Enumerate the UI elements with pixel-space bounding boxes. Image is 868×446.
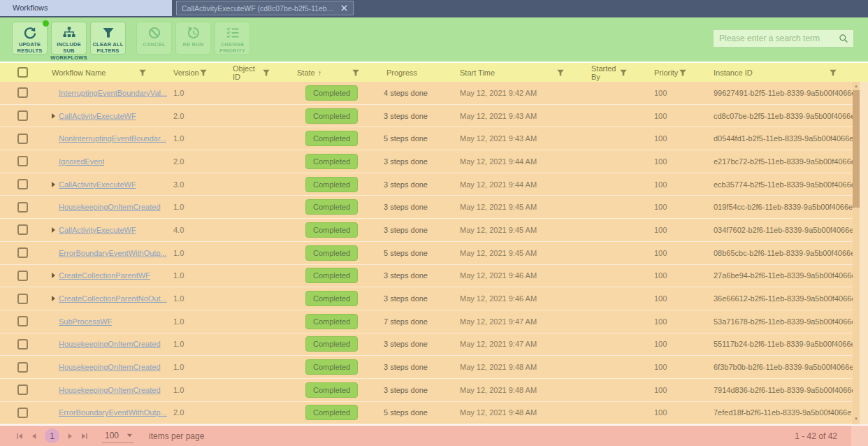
- last-page-icon[interactable]: [80, 432, 89, 440]
- workflow-name-link[interactable]: HousekeepingOnItemCreated: [59, 363, 161, 371]
- column-header-started-by[interactable]: Started By: [586, 63, 649, 82]
- priority-cell: 100: [649, 356, 708, 378]
- close-icon[interactable]: [340, 4, 348, 12]
- previous-page-icon[interactable]: [30, 432, 38, 440]
- instance-id-cell: 08b65cbc-b2f6-11eb-8339-9a5b00f4066e: [708, 242, 868, 264]
- filter-funnel-icon[interactable]: [679, 69, 687, 77]
- next-page-icon[interactable]: [66, 432, 74, 440]
- started-by-cell: [586, 356, 649, 378]
- priority-cell: 100: [649, 127, 708, 150]
- row-checkbox[interactable]: [17, 179, 28, 189]
- current-page-button[interactable]: 1: [45, 429, 59, 443]
- scroll-down-arrow-icon[interactable]: ▼: [853, 415, 860, 423]
- state-badge: Completed: [305, 405, 358, 420]
- filter-funnel-icon[interactable]: [829, 69, 837, 77]
- expand-arrow-icon[interactable]: [52, 227, 55, 233]
- started-by-cell: [586, 402, 649, 424]
- start-time-cell: May 12, 2021 9:47 AM: [454, 310, 586, 333]
- column-header-workflow-name[interactable]: Workflow Name: [45, 63, 168, 82]
- row-checkbox[interactable]: [17, 247, 28, 258]
- select-all-checkbox[interactable]: [17, 67, 28, 78]
- table-row: ErrorBoundaryEventWithOutp... 2.0 Comple…: [0, 402, 868, 424]
- row-checkbox[interactable]: [17, 294, 28, 304]
- page-size-dropdown[interactable]: 100: [102, 429, 134, 443]
- column-header-progress[interactable]: Progress: [381, 63, 454, 82]
- row-checkbox[interactable]: [17, 271, 28, 281]
- scrollbar-thumb[interactable]: [853, 90, 860, 208]
- filter-funnel-icon[interactable]: [262, 69, 270, 77]
- filter-funnel-icon[interactable]: [199, 69, 208, 77]
- filter-funnel-icon[interactable]: [619, 69, 628, 77]
- scroll-up-arrow-icon[interactable]: ▲: [853, 82, 860, 90]
- search-icon[interactable]: [839, 34, 848, 43]
- expand-arrow-icon[interactable]: [52, 182, 55, 187]
- pager-range-label: 1 - 42 of 42: [795, 431, 837, 441]
- state-badge: Completed: [305, 291, 358, 306]
- workflow-name-link[interactable]: CreateCollectionParentNoOut...: [59, 294, 167, 303]
- re-run-button[interactable]: RE RUN: [175, 22, 211, 55]
- clear-all-filters-button[interactable]: CLEAR ALL FILTERS: [90, 22, 126, 55]
- row-checkbox[interactable]: [17, 384, 28, 395]
- state-badge: Completed: [305, 199, 358, 215]
- expand-arrow-icon[interactable]: [52, 296, 55, 301]
- workflow-name-link[interactable]: SubProcessWF: [59, 317, 112, 326]
- workflow-name-link[interactable]: NonInterruptingEventBoundar...: [59, 134, 166, 143]
- row-checkbox[interactable]: [17, 202, 28, 213]
- filter-funnel-icon[interactable]: [138, 69, 147, 77]
- version-cell: 1.0: [168, 127, 227, 150]
- started-by-cell: [586, 173, 649, 196]
- row-checkbox[interactable]: [17, 362, 28, 373]
- progress-cell: 4 steps done: [381, 82, 454, 104]
- workflow-name-link[interactable]: HousekeepingOnItemCreated: [59, 386, 161, 394]
- update-results-button[interactable]: UPDATE RESULTS: [12, 22, 48, 55]
- column-header-label: Started By: [591, 64, 619, 81]
- column-header-instance-id[interactable]: Instance ID: [708, 63, 868, 82]
- row-checkbox[interactable]: [17, 316, 28, 326]
- change-priority-label: CHANGE PRIORITY: [215, 41, 249, 55]
- row-checkbox[interactable]: [17, 110, 28, 121]
- version-cell: 1.0: [168, 310, 227, 333]
- row-checkbox[interactable]: [17, 156, 28, 166]
- workflow-name-link[interactable]: HousekeepingOnItemCreated: [59, 340, 161, 348]
- row-checkbox[interactable]: [17, 87, 28, 98]
- search-input[interactable]: [714, 34, 839, 43]
- column-header-version[interactable]: Version: [168, 63, 227, 82]
- started-by-cell: [586, 82, 649, 104]
- tab-workflows[interactable]: Workflows: [0, 0, 172, 16]
- row-checkbox[interactable]: [17, 408, 28, 418]
- filter-funnel-icon[interactable]: [352, 69, 360, 77]
- column-header-object-id[interactable]: Object ID: [227, 63, 291, 82]
- object-id-cell: [227, 402, 291, 424]
- column-header-start-time[interactable]: Start Time: [454, 63, 586, 82]
- column-header-state[interactable]: State↑: [291, 63, 381, 82]
- page-size-value: 100: [105, 431, 119, 440]
- expand-arrow-icon[interactable]: [52, 273, 55, 278]
- filter-funnel-icon[interactable]: [556, 69, 565, 77]
- row-checkbox[interactable]: [17, 134, 28, 144]
- toolbar-action-buttons: CANCEL RE RUN CHANGE PRIORITY: [136, 22, 250, 55]
- workflow-name-link[interactable]: CallActivityExecuteWF: [59, 226, 136, 234]
- vertical-scrollbar[interactable]: ▲ ▼: [853, 82, 860, 424]
- workflow-name-link[interactable]: CreateCollectionParentWF: [59, 271, 150, 280]
- column-header-priority[interactable]: Priority: [649, 63, 708, 82]
- first-page-icon[interactable]: [15, 432, 24, 440]
- workflow-name-link[interactable]: ErrorBoundaryEventWithOutp...: [59, 249, 167, 257]
- instance-id-cell: 36e66612-b2f6-11eb-8339-9a5b00f4066e: [708, 287, 868, 310]
- include-sub-workflows-button[interactable]: INCLUDE SUB WORKFLOWS: [51, 22, 87, 55]
- cancel-button[interactable]: CANCEL: [136, 22, 172, 55]
- row-checkbox[interactable]: [17, 339, 28, 350]
- row-checkbox[interactable]: [17, 224, 28, 235]
- tab-callactivityexecutewf[interactable]: CallActivityExecuteWF (cd8c07be-b2f5-11e…: [176, 1, 354, 15]
- workflow-name-link[interactable]: CallActivityExecuteWF: [59, 112, 136, 120]
- select-all-cell: [0, 63, 45, 82]
- workflow-name-link[interactable]: ErrorBoundaryEventWithOutp...: [59, 408, 167, 417]
- hierarchy-icon: [62, 26, 76, 40]
- workflow-name-link[interactable]: IgnoredEvent: [59, 157, 104, 166]
- workflow-name-link[interactable]: InterruptingEventBoundaryVal...: [59, 89, 167, 97]
- workflow-name-link[interactable]: HousekeepingOnItemCreated: [59, 203, 161, 211]
- update-results-label: UPDATE RESULTS: [13, 41, 47, 55]
- change-priority-button[interactable]: CHANGE PRIORITY: [215, 22, 250, 55]
- version-cell: 1.0: [168, 196, 227, 218]
- expand-arrow-icon[interactable]: [52, 113, 55, 119]
- workflow-name-link[interactable]: CallActivityExecuteWF: [59, 180, 136, 189]
